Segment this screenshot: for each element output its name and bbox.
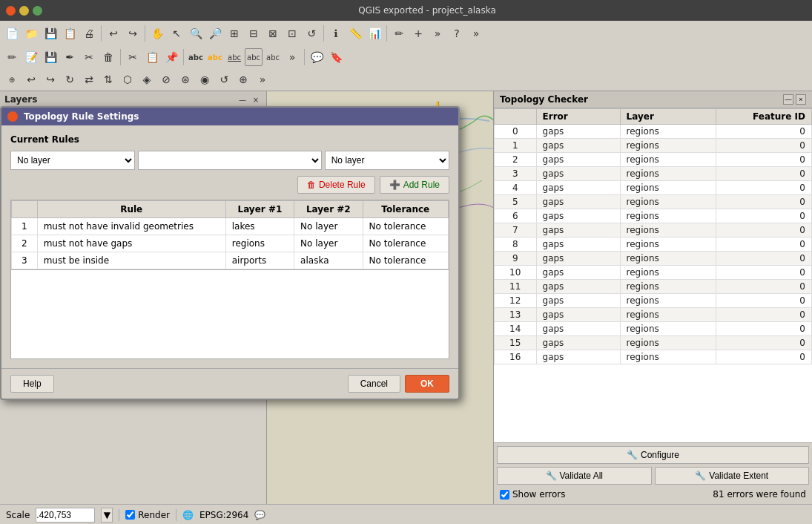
rules-table-row[interactable]: 2 must not have gaps regions No layer No… xyxy=(12,235,449,252)
reshape-icon[interactable]: ⬡ xyxy=(119,71,136,88)
more-tools-icon[interactable]: » xyxy=(429,24,446,42)
help-icon[interactable]: ? xyxy=(448,24,466,42)
zoom-selection-icon[interactable]: ⊠ xyxy=(264,24,282,42)
topo-table-row[interactable]: 16 gaps regions 0 xyxy=(495,350,812,364)
zoom-layer-icon[interactable]: ⊟ xyxy=(245,24,263,42)
show-errors-checkbox[interactable] xyxy=(500,490,509,500)
topo-table-row[interactable]: 8 gaps regions 0 xyxy=(495,238,812,252)
undo2-icon[interactable]: ↩ xyxy=(22,71,40,88)
topo-table-row[interactable]: 0 gaps regions 0 xyxy=(495,125,812,139)
offset-icon[interactable]: ◈ xyxy=(138,71,156,88)
zoom-extent-icon[interactable]: ⊡ xyxy=(283,24,301,42)
label-highlight-icon[interactable]: abc xyxy=(206,48,224,66)
zoom-out-icon[interactable]: 🔎 xyxy=(206,24,224,42)
paste-icon[interactable]: 📌 xyxy=(162,48,180,66)
layer-select-2[interactable]: No layer xyxy=(325,151,449,170)
scale-dropdown-icon[interactable]: ▼ xyxy=(101,508,113,523)
panel-close-button[interactable]: × xyxy=(796,94,806,105)
digitize-icon[interactable]: ✒ xyxy=(61,48,79,66)
toggle-edit-icon[interactable]: 📝 xyxy=(22,48,40,66)
topo-table-row[interactable]: 5 gaps regions 0 xyxy=(495,195,812,209)
layer-select-1[interactable]: No layer xyxy=(10,151,135,170)
rules-table-row[interactable]: 3 must be inside airports alaska No tole… xyxy=(12,252,449,269)
panel-minimize-button[interactable]: — xyxy=(783,94,793,105)
save-project-icon[interactable]: 💾 xyxy=(42,24,59,42)
topo-table-row[interactable]: 15 gaps regions 0 xyxy=(495,336,812,350)
undo-icon[interactable]: ↩ xyxy=(105,24,122,42)
more-icon[interactable]: » xyxy=(467,24,485,42)
window-controls[interactable] xyxy=(6,6,42,16)
topo-table-row[interactable]: 9 gaps regions 0 xyxy=(495,252,812,266)
delete-rule-button[interactable]: 🗑 Delete Rule xyxy=(297,176,375,194)
help-button[interactable]: Help xyxy=(10,375,54,393)
pan-icon[interactable]: ✋ xyxy=(148,24,166,42)
rotate-icon[interactable]: ↻ xyxy=(61,71,79,88)
label-more2-icon[interactable]: » xyxy=(283,48,301,66)
topo-table-row[interactable]: 14 gaps regions 0 xyxy=(495,322,812,336)
topo-table-row[interactable]: 12 gaps regions 0 xyxy=(495,294,812,308)
offset-point-icon[interactable]: ⊕ xyxy=(234,71,252,88)
validate-all-button[interactable]: 🔧 Validate All xyxy=(497,467,652,485)
topo-table-row[interactable]: 2 gaps regions 0 xyxy=(495,153,812,167)
render-checkbox[interactable] xyxy=(125,510,135,520)
close-window-button[interactable] xyxy=(6,6,16,16)
layers-close-icon[interactable]: × xyxy=(250,94,262,105)
save-as-icon[interactable]: 📋 xyxy=(61,24,79,42)
add-feature-icon[interactable]: + xyxy=(409,24,427,42)
zoom-in-icon[interactable]: 🔍 xyxy=(187,24,205,42)
save-edits-icon[interactable]: 💾 xyxy=(42,48,59,66)
rule-type-select[interactable] xyxy=(138,151,321,170)
label-icon[interactable]: abc xyxy=(187,48,205,66)
add-rule-button[interactable]: ➕ Add Rule xyxy=(380,176,449,194)
cut2-icon[interactable]: ✂ xyxy=(124,48,142,66)
identify-icon[interactable]: ℹ xyxy=(327,24,345,42)
minimize-window-button[interactable] xyxy=(19,6,29,16)
select-icon[interactable]: ↖ xyxy=(168,24,185,42)
label-more-icon[interactable]: abc xyxy=(264,48,282,66)
configure-button[interactable]: 🔧 Configure xyxy=(497,446,809,464)
topo-table-row[interactable]: 3 gaps regions 0 xyxy=(495,167,812,181)
topo-table-row[interactable]: 4 gaps regions 0 xyxy=(495,181,812,195)
ok-button[interactable]: OK xyxy=(405,375,449,393)
topo-table-row[interactable]: 10 gaps regions 0 xyxy=(495,266,812,280)
layers-minimize-icon[interactable]: — xyxy=(237,94,248,105)
edit-icon[interactable]: ✏ xyxy=(390,24,408,42)
rules-table-row[interactable]: 1 must not have invalid geometries lakes… xyxy=(12,218,449,235)
topo-table-row[interactable]: 1 gaps regions 0 xyxy=(495,139,812,153)
refresh-icon[interactable]: ↺ xyxy=(303,24,320,42)
show-errors-label[interactable]: Show errors xyxy=(500,489,566,500)
topo-table-row[interactable]: 11 gaps regions 0 xyxy=(495,280,812,294)
redo2-icon[interactable]: ↪ xyxy=(42,71,59,88)
flip-h-icon[interactable]: ⇄ xyxy=(80,71,98,88)
bookmark-icon[interactable]: 🔖 xyxy=(327,48,345,66)
copy-icon[interactable]: 📋 xyxy=(143,48,161,66)
node-tool-icon[interactable]: ◉ xyxy=(196,71,214,88)
topo-table-row[interactable]: 7 gaps regions 0 xyxy=(495,223,812,238)
geometry-more-icon[interactable]: » xyxy=(254,71,271,88)
cut-icon[interactable]: ✂ xyxy=(80,48,98,66)
label-pin-icon[interactable]: abc xyxy=(225,48,243,66)
redo-icon[interactable]: ↪ xyxy=(124,24,142,42)
edit-pencil-icon[interactable]: ✏ xyxy=(3,48,21,66)
new-project-icon[interactable]: 📄 xyxy=(3,24,21,42)
render-label[interactable]: Render xyxy=(125,510,170,520)
topo-table-row[interactable]: 13 gaps regions 0 xyxy=(495,308,812,322)
zoom-1-1-icon[interactable]: ⊞ xyxy=(225,24,243,42)
print-icon[interactable]: 🖨 xyxy=(80,24,98,42)
flip-v-icon[interactable]: ⇅ xyxy=(99,71,117,88)
dialog-close-button[interactable] xyxy=(7,111,18,122)
rotate-point-icon[interactable]: ↺ xyxy=(215,71,233,88)
delete-icon[interactable]: 🗑 xyxy=(99,48,117,66)
merge-icon[interactable]: ⊛ xyxy=(176,71,194,88)
statistics-icon[interactable]: 📊 xyxy=(366,24,383,42)
measure-icon[interactable]: 📏 xyxy=(346,24,364,42)
maximize-window-button[interactable] xyxy=(33,6,42,16)
topo-table-row[interactable]: 6 gaps regions 0 xyxy=(495,209,812,223)
snap-icon[interactable]: ⊕ xyxy=(3,71,21,88)
topology-table-container[interactable]: Error Layer Feature ID 0 gaps regions 0 … xyxy=(494,108,812,442)
validate-extent-button[interactable]: 🔧 Validate Extent xyxy=(655,467,810,485)
open-project-icon[interactable]: 📁 xyxy=(22,24,40,42)
map-tips-icon[interactable]: 💬 xyxy=(308,48,326,66)
cancel-button[interactable]: Cancel xyxy=(348,375,400,393)
split-icon[interactable]: ⊘ xyxy=(157,71,175,88)
